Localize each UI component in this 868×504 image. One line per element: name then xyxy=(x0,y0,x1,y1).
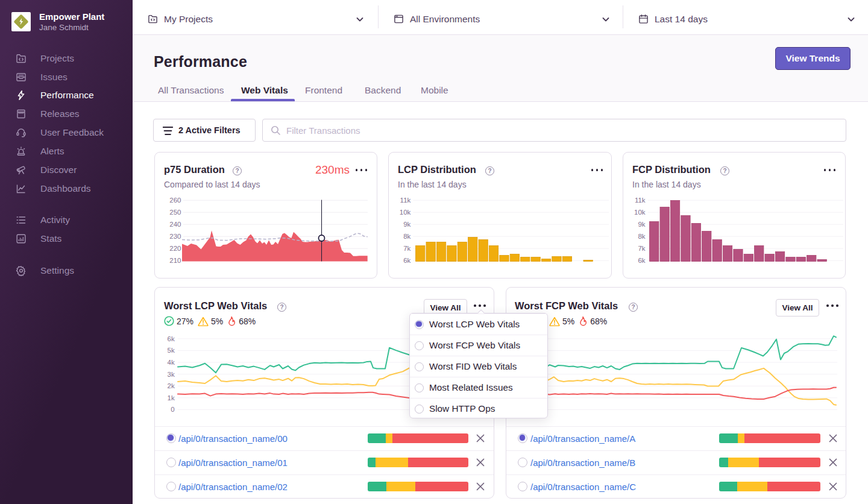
svg-text:8k: 8k xyxy=(638,233,645,240)
svg-text:9k: 9k xyxy=(638,221,645,228)
svg-text:9k: 9k xyxy=(403,221,410,228)
svg-text:4k: 4k xyxy=(168,359,175,366)
svg-text:3k: 3k xyxy=(168,371,175,378)
svg-text:250: 250 xyxy=(169,209,181,216)
svg-text:7k: 7k xyxy=(638,245,645,252)
svg-text:6k: 6k xyxy=(403,257,410,264)
svg-text:7k: 7k xyxy=(403,245,410,252)
svg-text:10k: 10k xyxy=(400,209,411,216)
svg-text:220: 220 xyxy=(169,245,181,252)
svg-text:240: 240 xyxy=(169,221,181,228)
svg-text:260: 260 xyxy=(169,197,181,204)
svg-text:6k: 6k xyxy=(638,257,645,264)
svg-text:230: 230 xyxy=(169,233,181,240)
svg-text:2k: 2k xyxy=(168,382,175,389)
svg-text:11k: 11k xyxy=(400,197,411,204)
svg-text:1k: 1k xyxy=(168,394,175,402)
svg-text:11k: 11k xyxy=(635,197,646,204)
svg-text:10k: 10k xyxy=(634,209,646,216)
svg-text:0: 0 xyxy=(171,406,174,413)
svg-text:6k: 6k xyxy=(168,335,175,342)
svg-text:8k: 8k xyxy=(403,233,410,240)
svg-text:210: 210 xyxy=(169,257,181,264)
svg-text:5k: 5k xyxy=(168,347,175,354)
